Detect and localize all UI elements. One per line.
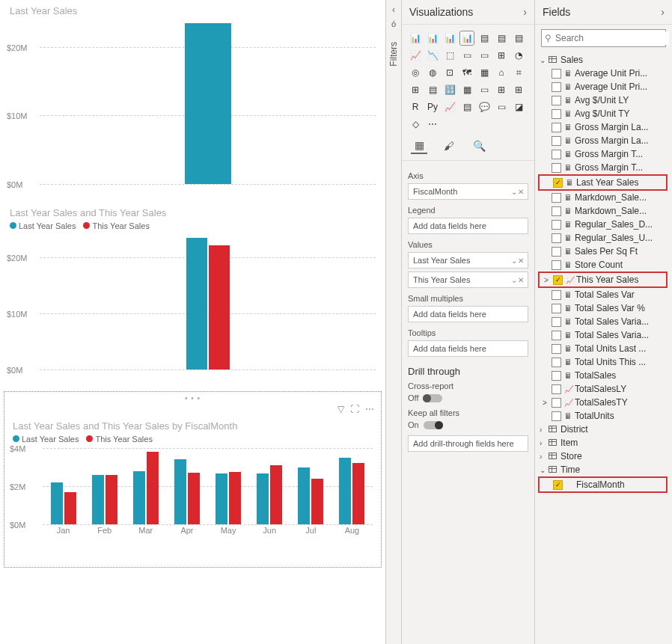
viz-type-11[interactable]: ▭: [477, 48, 492, 63]
viz-type-9[interactable]: ⬚: [442, 48, 457, 63]
field-sales-per-sq-ft[interactable]: 🖩Sales Per Sq Ft: [538, 245, 669, 258]
table-sales[interactable]: ⌄Sales: [538, 53, 669, 67]
filters-pane-collapsed[interactable]: ‹ ό Filters: [385, 0, 402, 644]
field-total-units-last-[interactable]: 🖩Total Units Last ...: [538, 342, 669, 355]
field-this-year-sales[interactable]: >✓📈This Year Sales: [538, 272, 668, 288]
bar[interactable]: [270, 465, 282, 524]
viz-type-3[interactable]: 📊: [459, 31, 474, 46]
field-total-sales-var[interactable]: 🖩Total Sales Var: [538, 288, 669, 301]
field-totalsales[interactable]: 🖩TotalSales: [538, 369, 669, 382]
bar[interactable]: [147, 452, 159, 524]
viz-type-27[interactable]: ⊞: [511, 82, 526, 97]
bar[interactable]: [186, 238, 207, 369]
bar[interactable]: [106, 475, 117, 524]
bar[interactable]: [339, 458, 351, 524]
viz-type-29[interactable]: Py: [425, 99, 440, 114]
filter-icon[interactable]: ▽: [337, 404, 344, 414]
table-item[interactable]: ›Item: [538, 436, 669, 450]
field-totalunits[interactable]: 🖩TotalUnits: [538, 409, 669, 423]
well-menu-icon[interactable]: ⌄ ✕: [511, 257, 523, 265]
well-menu-icon[interactable]: ⌄ ✕: [511, 276, 523, 284]
field-totalsalesly[interactable]: 📈TotalSalesLY: [538, 382, 669, 396]
field-total-units-this-[interactable]: 🖩Total Units This ...: [538, 355, 669, 369]
viz-type-19[interactable]: ⌂: [494, 65, 509, 80]
viz-type-5[interactable]: ▤: [494, 31, 509, 46]
format-tab[interactable]: 🖌: [441, 138, 457, 154]
viz-type-4[interactable]: ▤: [477, 31, 492, 46]
collapse-viz-icon[interactable]: ›: [523, 6, 527, 18]
field-avg-unit-ty[interactable]: 🖩Avg $/Unit TY: [538, 107, 669, 120]
values-well-0[interactable]: Last Year Sales⌄ ✕: [408, 252, 528, 269]
bar[interactable]: [311, 479, 323, 524]
table-district[interactable]: ›District: [538, 423, 669, 436]
field-markdown_sale-[interactable]: 🖩Markdown_Sale...: [538, 204, 669, 218]
collapse-fields-icon[interactable]: ›: [661, 6, 665, 18]
viz-type-20[interactable]: ⌗: [511, 65, 526, 80]
tooltips-well[interactable]: Add data fields here: [408, 340, 528, 357]
chart-1[interactable]: Last Year Sales and This Year SalesLast …: [3, 202, 382, 389]
drill-through-well[interactable]: Add drill-through fields here: [408, 435, 528, 452]
bar[interactable]: [257, 473, 269, 524]
keep-filters-toggle[interactable]: On: [408, 420, 528, 429]
fields-tab[interactable]: ▦: [411, 138, 427, 154]
viz-type-23[interactable]: 🔢: [442, 82, 457, 97]
bar[interactable]: [229, 472, 241, 524]
viz-type-17[interactable]: 🗺: [459, 65, 474, 80]
field-gross-margin-la-[interactable]: 🖩Gross Margin La...: [538, 120, 669, 134]
field-last-year-sales[interactable]: ✓🖩Last Year Sales: [538, 174, 668, 191]
expand-filters-icon[interactable]: ‹: [392, 4, 395, 15]
viz-type-12[interactable]: ⊞: [494, 48, 509, 63]
viz-type-24[interactable]: ▦: [459, 82, 474, 97]
viz-type-35[interactable]: ◇: [408, 117, 423, 132]
fields-search[interactable]: ⚲: [541, 29, 666, 47]
viz-type-0[interactable]: 📊: [408, 31, 423, 46]
viz-type-18[interactable]: ▦: [477, 65, 492, 80]
field-total-sales-var-[interactable]: 🖩Total Sales Var %: [538, 301, 669, 315]
field-markdown_sale-[interactable]: 🖩Markdown_Sale...: [538, 191, 669, 204]
viz-type-25[interactable]: ▭: [477, 82, 492, 97]
viz-type-8[interactable]: 📉: [425, 48, 440, 63]
viz-type-32[interactable]: 💬: [477, 99, 492, 114]
field-totalsalesty[interactable]: >📈TotalSalesTY: [538, 396, 669, 409]
viz-type-2[interactable]: 📊: [442, 31, 457, 46]
bar[interactable]: [133, 471, 145, 524]
bar[interactable]: [188, 473, 200, 524]
bar[interactable]: [174, 459, 186, 524]
viz-type-28[interactable]: R: [408, 99, 423, 114]
field-regular_sales_d-[interactable]: 🖩Regular_Sales_D...: [538, 218, 669, 231]
viz-type-34[interactable]: ◪: [511, 99, 526, 114]
analytics-tab[interactable]: 🔍: [471, 138, 487, 154]
viz-type-6[interactable]: ▤: [511, 31, 526, 46]
drag-handle[interactable]: • • •: [7, 394, 379, 402]
field-gross-margin-t-[interactable]: 🖩Gross Margin T...: [538, 147, 669, 161]
field-total-sales-varia-[interactable]: 🖩Total Sales Varia...: [538, 315, 669, 328]
chart-2[interactable]: • • •▽⛶⋯Last Year Sales and This Year Sa…: [6, 393, 379, 565]
chart-0[interactable]: Last Year Sales$0M$10M$20M: [3, 0, 382, 202]
viz-type-16[interactable]: ⊡: [442, 65, 457, 80]
bar[interactable]: [51, 482, 63, 524]
bar[interactable]: [185, 23, 231, 184]
viz-type-14[interactable]: ◎: [408, 65, 423, 80]
field-average-unit-pri-[interactable]: 🖩Average Unit Pri...: [538, 67, 669, 80]
viz-type-26[interactable]: ⊞: [494, 82, 509, 97]
field-total-sales-varia-[interactable]: 🖩Total Sales Varia...: [538, 328, 669, 342]
field-fiscalmonth[interactable]: ✓FiscalMonth: [538, 476, 668, 493]
bar[interactable]: [216, 473, 227, 524]
table-store[interactable]: ›Store: [538, 450, 669, 463]
viz-type-33[interactable]: ▭: [494, 99, 509, 114]
viz-type-22[interactable]: ▤: [425, 82, 440, 97]
field-average-unit-pri-[interactable]: 🖩Average Unit Pri...: [538, 80, 669, 93]
field-gross-margin-la-[interactable]: 🖩Gross Margin La...: [538, 134, 669, 147]
field-gross-margin-t-[interactable]: 🖩Gross Margin T...: [538, 161, 669, 174]
field-store-count[interactable]: 🖩Store Count: [538, 258, 669, 272]
viz-type-36[interactable]: ⋯: [425, 117, 440, 132]
more-icon[interactable]: ⋯: [365, 404, 374, 414]
viz-type-21[interactable]: ⊞: [408, 82, 423, 97]
bar[interactable]: [298, 467, 310, 525]
focus-icon[interactable]: ⛶: [350, 404, 359, 414]
viz-type-13[interactable]: ◔: [511, 48, 526, 63]
legend-well[interactable]: Add data fields here: [408, 218, 528, 234]
axis-well[interactable]: FiscalMonth⌄ ✕: [408, 183, 528, 200]
viz-type-15[interactable]: ◍: [425, 65, 440, 80]
well-menu-icon[interactable]: ⌄ ✕: [511, 188, 523, 196]
